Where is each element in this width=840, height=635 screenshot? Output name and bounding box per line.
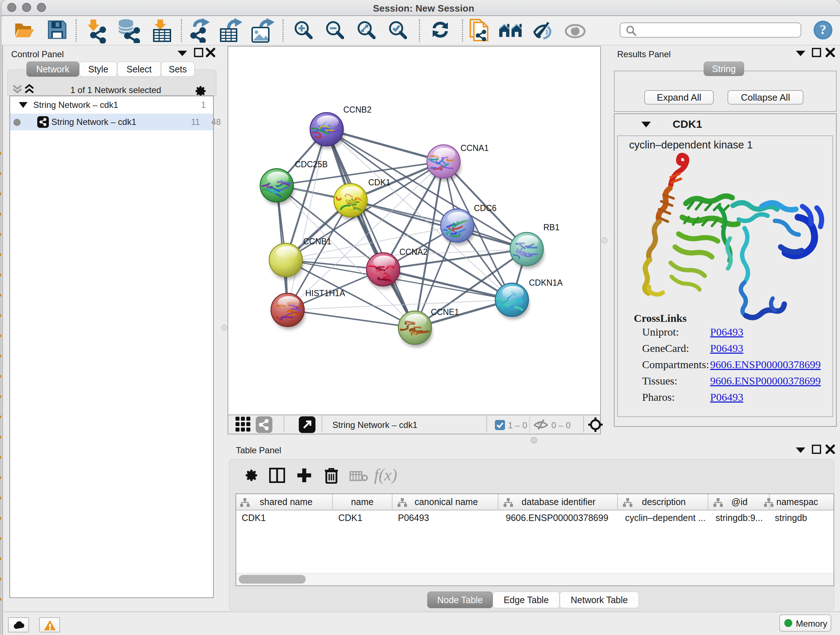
- svg-text:RB1: RB1: [543, 223, 560, 232]
- svg-text:CCNB1: CCNB1: [303, 237, 332, 246]
- svg-text:?: ?: [820, 22, 826, 37]
- svg-text:CCNA2: CCNA2: [399, 247, 428, 257]
- svg-text:CCNB2: CCNB2: [343, 105, 371, 114]
- svg-text:CDC6: CDC6: [474, 203, 497, 213]
- svg-text:CCNA1: CCNA1: [461, 143, 489, 153]
- svg-text:CDC25B: CDC25B: [295, 160, 328, 169]
- svg-text:CCNE1: CCNE1: [431, 307, 459, 317]
- svg-text:HIST1H1A: HIST1H1A: [305, 288, 346, 298]
- svg-text:CDKN1A: CDKN1A: [529, 278, 563, 287]
- svg-text:CDK1: CDK1: [368, 178, 390, 187]
